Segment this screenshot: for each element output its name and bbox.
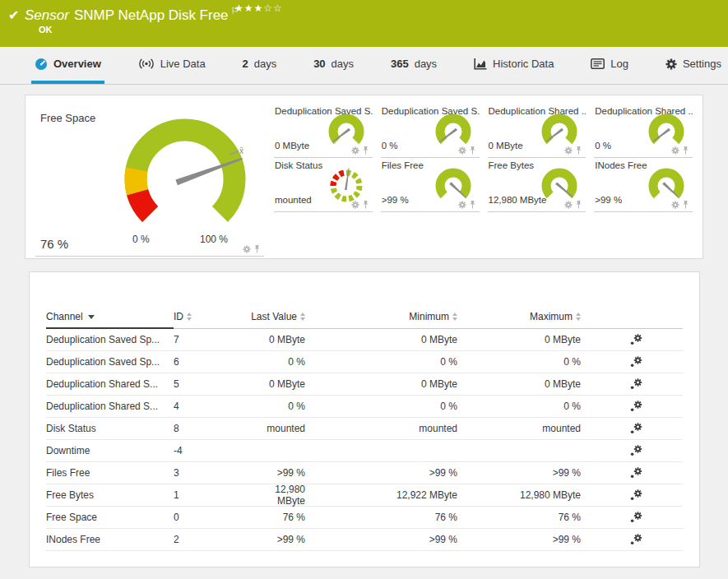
- channel-settings-icon[interactable]: [630, 512, 642, 523]
- cell-channel: Downtime: [46, 445, 174, 456]
- channel-settings-icon[interactable]: [630, 445, 642, 456]
- gauge-value: 12,980 MByte: [489, 195, 547, 205]
- gauge-card: Deduplication Saved S... 0 %: [381, 104, 480, 158]
- tab-label: days: [254, 58, 276, 70]
- gauge-card: Deduplication Shared ... 0 %: [594, 104, 693, 158]
- cell-last-value: 0 MByte: [244, 334, 305, 345]
- status-badge: OK: [39, 25, 53, 35]
- tab-label: Historic Data: [493, 58, 554, 70]
- pin-icon[interactable]: [682, 146, 689, 155]
- cell-maximum: >99 %: [457, 467, 581, 479]
- cell-maximum: 0 %: [457, 356, 581, 368]
- pin-icon[interactable]: [362, 146, 369, 155]
- table-row[interactable]: Free Bytes 1 12,980 MByte 12,922 MByte 1…: [46, 484, 683, 507]
- cell-id: 7: [174, 334, 244, 345]
- sensor-type-label: Sensor: [25, 7, 69, 23]
- sort-header-channel[interactable]: Channel: [46, 311, 95, 322]
- channel-settings-icon[interactable]: [630, 378, 642, 390]
- gauge-value: mounted: [275, 195, 312, 205]
- tab-label: days: [332, 58, 354, 70]
- pin-icon[interactable]: [682, 201, 689, 209]
- cell-minimum: 0 MByte: [305, 378, 457, 390]
- tab-number: 2: [243, 58, 248, 70]
- broadcast-icon: [138, 58, 155, 70]
- gear-icon[interactable]: [351, 146, 359, 155]
- cell-minimum: >99 %: [305, 467, 457, 479]
- gauge-card: Disk Status mounted: [274, 158, 373, 212]
- pin-icon[interactable]: [575, 201, 582, 209]
- column-label: ID: [174, 311, 183, 322]
- pin-icon[interactable]: [253, 245, 261, 253]
- tab-2-days[interactable]: 2 days: [239, 47, 281, 84]
- sort-icons: [576, 313, 581, 321]
- cell-id: 1: [174, 489, 244, 501]
- gear-icon[interactable]: [351, 201, 359, 209]
- gear-icon[interactable]: [671, 201, 679, 209]
- log-list-icon: [591, 58, 605, 69]
- pin-icon[interactable]: [575, 146, 582, 155]
- table-row[interactable]: INodes Free 2 >99 % >99 % >99 %: [46, 529, 683, 551]
- tab-overview[interactable]: Overview: [31, 47, 104, 84]
- tab-bar: Overview Live Data 2 days 30 days 365 da…: [0, 47, 728, 85]
- channel-settings-icon[interactable]: [630, 423, 642, 434]
- cell-channel: Disk Status: [46, 423, 174, 434]
- tab-30-days[interactable]: 30 days: [310, 47, 357, 84]
- cell-channel: INodes Free: [46, 534, 174, 545]
- cell-id: 5: [174, 378, 244, 390]
- cell-maximum: mounted: [457, 423, 581, 434]
- pin-icon[interactable]: [469, 146, 476, 155]
- cell-last-value: mounted: [244, 423, 305, 434]
- tab-label: days: [415, 58, 437, 70]
- gauge-value: 0 %: [595, 141, 611, 151]
- table-row[interactable]: Deduplication Shared S... 4 0 % 0 % 0 %: [46, 396, 683, 418]
- cell-minimum: 0 %: [305, 356, 457, 368]
- channel-settings-icon[interactable]: [630, 356, 642, 368]
- gauge-card: Deduplication Shared ... 0 MByte: [488, 104, 587, 158]
- table-row[interactable]: Deduplication Saved Sp... 7 0 MByte 0 MB…: [46, 329, 683, 351]
- tab-365-days[interactable]: 365 days: [387, 47, 440, 84]
- cell-channel: Files Free: [46, 467, 174, 479]
- gear-icon[interactable]: [564, 146, 573, 155]
- gear-icon[interactable]: [671, 146, 679, 155]
- gauge-max-label: 100 %: [200, 234, 228, 245]
- column-label: Minimum: [409, 311, 449, 322]
- cell-minimum: 76 %: [305, 512, 457, 523]
- sort-header-last-value[interactable]: Last Value: [244, 311, 305, 322]
- gear-icon[interactable]: [458, 146, 466, 155]
- table-header-row: Channel ID Last Value Minimum Maximum: [46, 305, 683, 329]
- cell-id: 3: [174, 467, 244, 479]
- table-row[interactable]: Deduplication Saved Sp... 6 0 % 0 % 0 %: [46, 351, 683, 373]
- tab-log[interactable]: Log: [587, 47, 632, 84]
- pin-icon[interactable]: [362, 201, 369, 209]
- sensor-title-line: SensorSNMP NetApp Disk Free⚐: [25, 6, 239, 24]
- cell-last-value: >99 %: [244, 467, 305, 479]
- tab-historic-data[interactable]: Historic Data: [471, 47, 557, 84]
- cell-minimum: 0 MByte: [305, 334, 457, 345]
- cell-maximum: 0 %: [457, 401, 581, 412]
- tab-live-data[interactable]: Live Data: [135, 47, 209, 84]
- channel-settings-icon[interactable]: [630, 334, 642, 345]
- sort-header-maximum[interactable]: Maximum: [457, 311, 581, 322]
- sort-header-minimum[interactable]: Minimum: [305, 311, 457, 322]
- tab-label: Log: [610, 58, 628, 70]
- table-row[interactable]: Deduplication Shared S... 5 0 MByte 0 MB…: [46, 373, 683, 396]
- table-row[interactable]: Downtime -4: [46, 440, 683, 462]
- main-gauge-card: Free Space x̄ 0 % 100 % 76 %: [35, 104, 264, 257]
- table-row[interactable]: Files Free 3 >99 % >99 % >99 %: [46, 462, 683, 484]
- table-row[interactable]: Free Space 0 76 % 76 % 76 %: [46, 507, 683, 529]
- sort-header-id[interactable]: ID: [174, 311, 192, 322]
- pin-icon[interactable]: [469, 201, 476, 209]
- channel-settings-icon[interactable]: [630, 489, 642, 501]
- channel-settings-icon[interactable]: [630, 467, 642, 479]
- gear-icon[interactable]: [243, 245, 251, 253]
- gauges-panel: Free Space x̄ 0 % 100 % 76 %: [25, 95, 703, 259]
- gear-icon[interactable]: [458, 201, 466, 209]
- rating-stars[interactable]: ★★★☆☆: [234, 2, 283, 14]
- gear-icon[interactable]: [564, 201, 573, 209]
- tab-settings[interactable]: Settings: [662, 47, 725, 84]
- channel-settings-icon[interactable]: [630, 534, 642, 545]
- table-row[interactable]: Disk Status 8 mounted mounted mounted: [46, 418, 683, 440]
- cell-last-value: >99 %: [244, 534, 305, 545]
- channel-settings-icon[interactable]: [630, 401, 642, 412]
- cell-maximum: 0 MByte: [457, 378, 581, 390]
